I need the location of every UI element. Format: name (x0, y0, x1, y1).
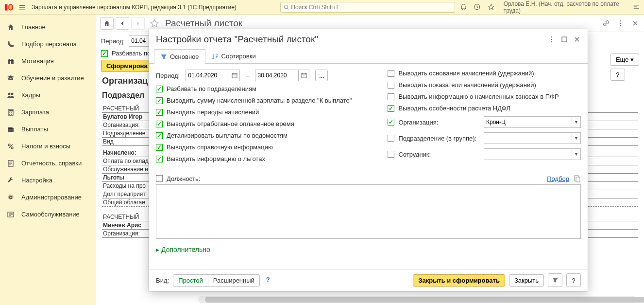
wallet-icon (7, 126, 15, 133)
svg-rect-26 (562, 37, 567, 42)
date-from-input[interactable] (186, 70, 229, 81)
paste-icon[interactable] (573, 175, 581, 182)
horizontal-scrollbar[interactable] (198, 296, 637, 303)
left-opt-3-checkbox[interactable] (156, 121, 163, 127)
right-opt-0-checkbox[interactable] (388, 70, 394, 77)
close-button[interactable]: Закрыть (509, 274, 544, 287)
left-opt-6-checkbox[interactable] (156, 156, 163, 162)
left-opt-0-checkbox[interactable] (156, 86, 163, 92)
grad-icon (7, 74, 15, 82)
percent-icon (7, 143, 15, 150)
panel-settings-icon[interactable] (633, 3, 640, 11)
calc-icon (7, 108, 15, 116)
sidebar-item-4[interactable]: Кадры (0, 87, 96, 104)
sidebar-item-1[interactable]: Подбор персонала (0, 36, 96, 53)
search-box[interactable] (280, 2, 455, 13)
sidebar-item-8[interactable]: Отчетность, справки (0, 155, 96, 172)
dialog-title: Настройки отчета "Расчетный листок" (156, 34, 548, 45)
sidebar-item-0[interactable]: Главное (0, 18, 96, 36)
sidebar-item-11[interactable]: Самообслуживание (0, 206, 96, 223)
right-opt-1-checkbox[interactable] (388, 82, 394, 89)
bell-icon[interactable] (460, 3, 467, 11)
period-ellipsis-button[interactable]: ... (315, 70, 328, 81)
date-to-input[interactable] (255, 70, 299, 81)
people-icon (7, 91, 15, 99)
svg-point-10 (11, 112, 12, 113)
sidebar-item-10[interactable]: Администрирование (0, 189, 96, 206)
menu-icon[interactable] (18, 3, 26, 11)
org-combo[interactable]: ▼ (484, 116, 581, 128)
settings-dialog: Настройки отчета "Расчетный листок" Осно… (149, 29, 588, 291)
favorite-star-icon[interactable] (150, 18, 159, 28)
left-opt-4-checkbox[interactable] (156, 132, 163, 139)
filter-settings-icon[interactable] (548, 273, 562, 287)
sidebar-item-2[interactable]: Мотивация (0, 53, 96, 70)
star-icon[interactable] (488, 3, 495, 11)
sidebar-item-label: Настройка (21, 177, 52, 184)
dialog-maximize-icon[interactable] (560, 36, 568, 43)
gear-icon (7, 194, 15, 201)
sidebar-item-label: Самообслуживание (21, 211, 80, 218)
generate-button[interactable]: Сформирова (101, 60, 153, 72)
calendar-to-icon[interactable] (299, 70, 309, 81)
dlg-period-label: Период: (156, 72, 180, 79)
right-opt-2-checkbox[interactable] (388, 93, 394, 100)
close-and-generate-button[interactable]: Закрыть и сформировать (413, 274, 505, 287)
chevron-down-icon[interactable]: ▼ (572, 149, 580, 160)
svg-point-6 (11, 92, 14, 95)
podr-checkbox[interactable] (388, 135, 394, 142)
left-opt-2-checkbox[interactable] (156, 109, 163, 116)
view-simple-button[interactable]: Простой (173, 275, 208, 286)
emp-checkbox[interactable] (388, 151, 394, 158)
calendar-from-icon[interactable] (229, 70, 240, 81)
home-button[interactable] (100, 17, 114, 30)
emp-combo[interactable]: ▼ (484, 148, 581, 160)
svg-point-23 (551, 36, 552, 37)
search-input[interactable] (291, 4, 452, 11)
split-checkbox[interactable] (101, 50, 108, 57)
position-checkbox[interactable] (156, 175, 163, 182)
podr-combo[interactable]: ▼ (484, 132, 581, 144)
chevron-down-icon[interactable]: ▼ (572, 133, 580, 144)
dialog-kebab-icon[interactable] (548, 36, 556, 43)
sidebar-item-6[interactable]: Выплаты (0, 121, 96, 138)
history-icon[interactable] (474, 3, 481, 11)
tab-main[interactable]: Основное (154, 49, 205, 64)
svg-point-16 (11, 147, 13, 149)
view-help-icon[interactable]: ? (264, 276, 272, 285)
sidebar-item-label: Обучение и развитие (21, 74, 84, 82)
svg-rect-8 (9, 110, 13, 111)
left-opt-1-checkbox[interactable] (156, 97, 163, 104)
view-label: Вид: (156, 277, 169, 284)
left-opt-4-label: Детализировать выплаты по ведомостям (167, 132, 288, 139)
tab-sorting[interactable]: Сортировки (205, 49, 262, 63)
chevron-down-icon[interactable]: ▼ (572, 117, 580, 127)
sidebar: ГлавноеПодбор персоналаМотивацияОбучение… (0, 15, 96, 305)
left-opt-2-label: Выводить периоды начислений (167, 108, 259, 116)
link-icon[interactable] (601, 18, 611, 28)
svg-point-22 (620, 25, 622, 26)
selection-link[interactable]: Подбор (547, 175, 569, 182)
more-button[interactable]: Еще ▾ (610, 54, 639, 66)
home-icon (7, 23, 15, 31)
sidebar-item-3[interactable]: Обучение и развитие (0, 70, 96, 87)
left-opt-5-checkbox[interactable] (156, 144, 163, 151)
sidebar-item-5[interactable]: Зарплата (0, 104, 96, 121)
close-page-icon[interactable] (630, 18, 640, 28)
right-opt-3-checkbox[interactable] (388, 105, 394, 112)
org-checkbox[interactable] (388, 119, 394, 126)
sidebar-item-7[interactable]: Налоги и взносы (0, 138, 96, 155)
period-label: Период: (101, 37, 125, 45)
forward-button (131, 17, 145, 30)
footer-help-button[interactable]: ? (566, 273, 581, 287)
back-button[interactable] (116, 17, 129, 30)
position-label: Должность: (167, 175, 200, 182)
dialog-close-icon[interactable] (573, 36, 581, 43)
left-opt-6-label: Выводить информацию о льготах (167, 155, 265, 162)
view-extended-button[interactable]: Расширенный (208, 275, 259, 286)
svg-point-21 (620, 22, 622, 24)
sidebar-item-9[interactable]: Настройка (0, 172, 96, 189)
position-list[interactable] (156, 184, 581, 239)
additional-toggle[interactable]: ▸ Дополнительно (156, 246, 581, 253)
kebab-icon[interactable] (616, 18, 626, 28)
